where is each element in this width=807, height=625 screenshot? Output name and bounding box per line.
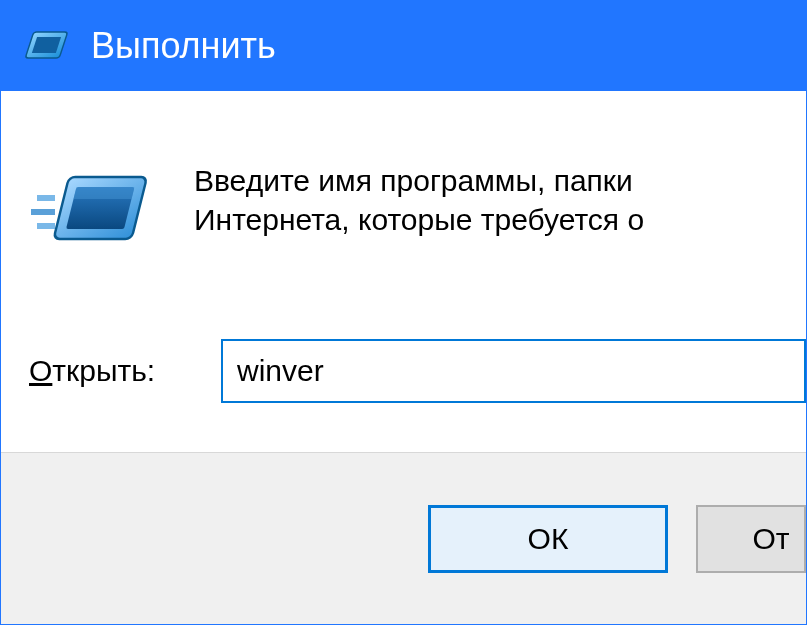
- dialog-content: Введите имя программы, папки Интернета, …: [1, 91, 806, 452]
- info-line-1: Введите имя программы, папки: [194, 161, 644, 200]
- info-row: Введите имя программы, папки Интернета, …: [29, 161, 806, 259]
- command-input[interactable]: [221, 339, 806, 403]
- svg-rect-3: [31, 209, 55, 215]
- open-label: Открыть:: [29, 354, 189, 388]
- window-title: Выполнить: [91, 25, 276, 67]
- info-line-2: Интернета, которые требуется о: [194, 200, 644, 239]
- run-dialog-window: Выполнить: [0, 0, 807, 625]
- svg-rect-7: [74, 187, 135, 199]
- cancel-button[interactable]: От: [696, 505, 806, 573]
- input-row: Открыть:: [29, 339, 806, 403]
- titlebar[interactable]: Выполнить: [1, 1, 806, 91]
- dialog-footer: ОК От: [1, 452, 806, 624]
- info-text: Введите имя программы, папки Интернета, …: [194, 161, 644, 239]
- run-dialog-icon: [29, 169, 149, 259]
- ok-button[interactable]: ОК: [428, 505, 668, 573]
- svg-rect-4: [37, 223, 55, 229]
- run-titlebar-icon: [23, 28, 71, 64]
- svg-rect-2: [37, 195, 55, 201]
